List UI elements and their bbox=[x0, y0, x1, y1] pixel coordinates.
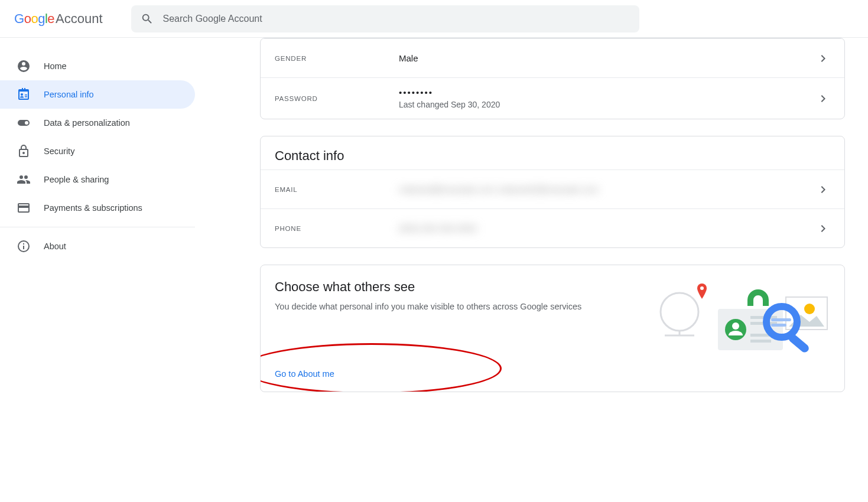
account-circle-icon bbox=[17, 59, 31, 73]
chevron-right-icon bbox=[816, 92, 830, 106]
chevron-right-icon bbox=[816, 51, 830, 66]
sidebar-item-personal-info[interactable]: Personal info bbox=[0, 80, 195, 109]
email-row[interactable]: EMAIL redacted@example.com redacted2@exa… bbox=[261, 169, 844, 208]
sidebar-item-label: Payments & subscriptions bbox=[44, 203, 142, 213]
sidebar-item-home[interactable]: Home bbox=[0, 52, 195, 80]
svg-point-10 bbox=[804, 304, 815, 314]
sidebar-item-people-sharing[interactable]: People & sharing bbox=[0, 165, 195, 194]
logo[interactable]: Google Account bbox=[14, 11, 103, 27]
card-title: Choose what others see bbox=[275, 279, 581, 295]
sidebar-item-label: About bbox=[44, 242, 66, 251]
lock-icon bbox=[17, 144, 31, 158]
logo-product-label: Account bbox=[56, 11, 103, 27]
phone-row[interactable]: PHONE (555) 555 555-5555 bbox=[261, 208, 844, 247]
basic-info-card: GENDER Male PASSWORD •••••••• Last chang… bbox=[260, 38, 845, 119]
toggle-icon bbox=[17, 116, 31, 130]
gender-row[interactable]: GENDER Male bbox=[261, 38, 844, 77]
search-icon bbox=[141, 12, 154, 25]
search-input[interactable] bbox=[163, 14, 630, 24]
row-label: GENDER bbox=[275, 55, 399, 62]
row-label: PHONE bbox=[275, 225, 399, 232]
sidebar-item-data-personalization[interactable]: Data & personalization bbox=[0, 109, 195, 137]
choose-what-others-see-card: Choose what others see You decide what p… bbox=[260, 265, 845, 392]
id-card-icon bbox=[17, 87, 31, 102]
row-value: •••••••• Last changed Sep 30, 2020 bbox=[399, 87, 816, 109]
svg-point-4 bbox=[732, 322, 739, 330]
sidebar-item-label: Personal info bbox=[44, 90, 94, 99]
card-description: You decide what personal info you make v… bbox=[275, 301, 581, 314]
people-icon bbox=[17, 172, 31, 187]
password-mask: •••••••• bbox=[399, 87, 816, 97]
go-to-about-me-link[interactable]: Go to About me bbox=[275, 369, 334, 379]
sidebar-item-about[interactable]: About bbox=[0, 232, 195, 260]
illustration bbox=[653, 279, 830, 356]
password-last-changed: Last changed Sep 30, 2020 bbox=[399, 100, 816, 109]
sidebar-item-label: Home bbox=[44, 61, 67, 71]
sidebar-item-payments-subscriptions[interactable]: Payments & subscriptions bbox=[0, 194, 195, 222]
link-row: Go to About me bbox=[261, 361, 844, 392]
sidebar: Home Personal info Data & personalizatio… bbox=[0, 38, 195, 502]
sidebar-item-label: People & sharing bbox=[44, 175, 109, 184]
svg-rect-12 bbox=[787, 333, 811, 354]
sidebar-item-security[interactable]: Security bbox=[0, 137, 195, 165]
row-label: EMAIL bbox=[275, 186, 399, 193]
svg-point-0 bbox=[661, 293, 698, 331]
contact-info-card: Contact info EMAIL redacted@example.com … bbox=[260, 136, 845, 248]
card-title: Contact info bbox=[261, 136, 844, 169]
row-value: redacted@example.com redacted2@example.c… bbox=[399, 184, 816, 194]
sidebar-item-label: Data & personalization bbox=[44, 118, 130, 128]
chevron-right-icon bbox=[816, 182, 830, 197]
svg-rect-14 bbox=[771, 324, 786, 327]
app-header: Google Account bbox=[0, 0, 868, 38]
row-value: (555) 555 555-5555 bbox=[399, 223, 816, 233]
svg-rect-13 bbox=[771, 318, 791, 321]
info-icon bbox=[17, 239, 31, 253]
credit-card-icon bbox=[17, 201, 31, 215]
svg-point-1 bbox=[700, 286, 704, 290]
svg-rect-8 bbox=[750, 340, 771, 343]
chevron-right-icon bbox=[816, 221, 830, 236]
row-value: Male bbox=[399, 53, 816, 63]
password-row[interactable]: PASSWORD •••••••• Last changed Sep 30, 2… bbox=[261, 77, 844, 119]
sidebar-item-label: Security bbox=[44, 146, 74, 156]
google-logo: Google bbox=[14, 11, 54, 27]
search-bar[interactable] bbox=[131, 5, 639, 32]
main-content: GENDER Male PASSWORD •••••••• Last chang… bbox=[195, 38, 868, 502]
sidebar-divider bbox=[0, 227, 195, 227]
row-label: PASSWORD bbox=[275, 95, 399, 102]
